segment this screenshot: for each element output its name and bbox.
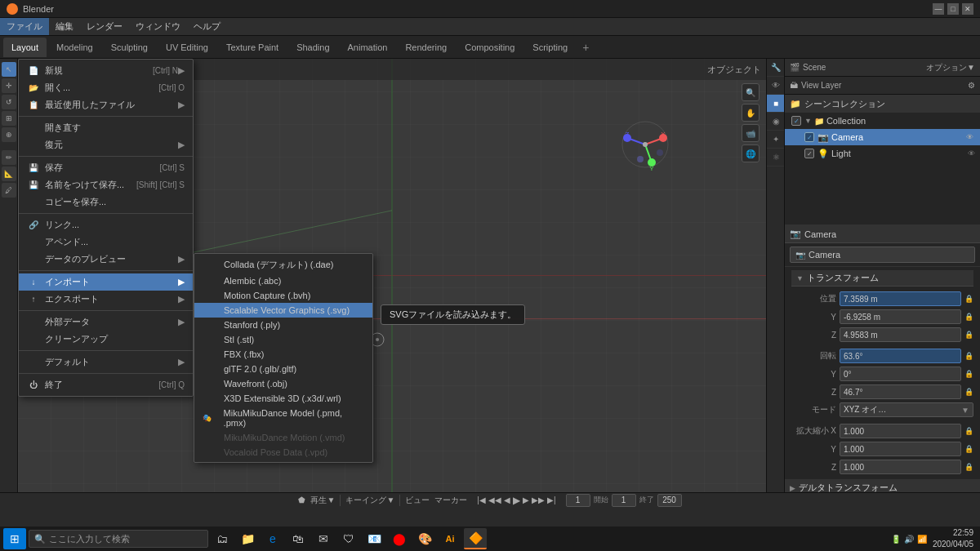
lock-x-icon[interactable]: 🔒 [964,295,973,303]
tab-layout[interactable]: Layout [3,38,47,57]
menu-save-as[interactable]: 💾 名前をつけて保存... [Shift] [Ctrl] S [19,176,193,193]
scale-lock-x[interactable]: 🔒 [964,427,973,435]
tab-particle[interactable]: ✦ [767,131,785,149]
menu-quit[interactable]: ⏻ 終了 [Ctrl] Q [19,376,193,393]
menu-window[interactable]: ウィンドウ [129,18,187,35]
explorer-button[interactable]: 📁 [236,528,259,549]
add-workspace-button[interactable]: + [577,39,594,56]
tab-material[interactable]: ◉ [767,113,785,131]
delta-transform-header[interactable]: ▶ デルタトランスフォーム [785,480,980,492]
menu-defaults[interactable]: デフォルト ▶ [19,353,193,371]
menu-file[interactable]: ファイル [0,18,49,35]
tool-add[interactable]: 🖊 [2,183,16,198]
lock-z-icon[interactable]: 🔒 [964,331,973,339]
current-frame-field[interactable]: 1 [566,494,590,507]
location-z-value[interactable]: 4.9583 m [840,327,961,342]
tab-modeling[interactable]: Modeling [48,38,101,57]
tool-camera[interactable]: 📹 [742,124,760,142]
prev-frame-btn[interactable]: ◀ [504,495,510,504]
mail-button[interactable]: ✉ [312,528,335,549]
scale-y-value[interactable]: 1.000 [840,442,961,456]
scale-z-value[interactable]: 1.000 [840,460,961,474]
checkbox-collection[interactable]: ✓ [791,116,801,126]
tool-measure[interactable]: 📐 [2,167,16,181]
view-label[interactable]: ビュー [405,495,430,506]
tab-physics[interactable]: ⚛ [767,149,785,167]
menu-data-preview[interactable]: データのプレビュー ▶ [19,251,193,268]
scale-lock-y[interactable]: 🔒 [964,445,973,453]
rot-lock-x[interactable]: 🔒 [964,352,973,360]
menu-cleanup[interactable]: クリーンアップ [19,331,193,348]
import-stanford[interactable]: Stanford (.ply) [194,318,372,332]
tool-scale[interactable]: ⊞ [2,111,16,126]
search-bar[interactable]: 🔍 ここに入力して検索 [29,530,208,548]
tab-sculpting[interactable]: Sculpting [103,38,156,57]
jump-end-btn[interactable]: ▶| [547,495,556,504]
menu-recover[interactable]: 復元 ▶ [19,136,193,153]
menu-revert[interactable]: 開き直す [19,119,193,136]
import-gltf[interactable]: glTF 2.0 (.glb/.gltf) [194,362,372,376]
menu-external-data[interactable]: 外部データ ▶ [19,313,193,331]
tab-tool[interactable]: 🔧 [767,59,785,77]
menu-edit[interactable]: 編集 [49,18,80,35]
app-button-6[interactable]: 📧 [363,528,385,549]
options-label[interactable]: オプション▼ [926,62,975,73]
outliner-item-camera[interactable]: ✓ 📷 Camera 👁 [785,129,980,145]
rotation-mode-value[interactable]: XYZ オイ… ▼ [840,402,973,417]
tool-transform[interactable]: ⊕ [2,127,16,142]
rotation-z-value[interactable]: 46.7° [840,384,961,399]
location-x-value[interactable]: 7.3589 m [840,291,961,306]
shield-button[interactable]: 🛡 [337,528,360,549]
outliner-item-collection[interactable]: ✓ ▼ 📁 Collection [785,113,980,129]
rot-lock-z[interactable]: 🔒 [964,388,973,396]
viewport[interactable]: X Y Z [18,59,766,492]
close-button[interactable]: ✕ [962,3,973,15]
object-name-field[interactable]: 📷 Camera [790,247,975,263]
app-button-7[interactable]: ⬤ [388,528,411,549]
menu-open[interactable]: 📂 開く... [Ctrl] O [19,79,193,96]
menu-append[interactable]: アペンド... [19,233,193,251]
import-stl[interactable]: Stl (.stl) [194,332,372,347]
prev-keyframe-btn[interactable]: ◀◀ [488,495,501,504]
minimize-button[interactable]: — [933,3,944,15]
import-motion-capture[interactable]: Motion Capture (.bvh) [194,288,372,303]
filter-icon[interactable]: ⚙ [968,81,975,90]
taskview-button[interactable]: 🗂 [211,528,234,549]
checkbox-light[interactable]: ✓ [804,149,814,158]
tool-pan[interactable]: ✋ [742,104,760,122]
edge-button[interactable]: e [261,528,284,549]
tab-uv-editing[interactable]: UV Editing [158,38,216,57]
outliner-item-light[interactable]: ✓ 💡 Light 👁 [785,145,980,162]
import-svg[interactable]: Scalable Vector Graphics (.svg) [194,303,372,318]
maximize-button[interactable]: □ [947,3,959,15]
collection-expand[interactable]: ▼ [804,117,812,125]
tab-compositing[interactable]: Compositing [457,38,523,57]
keyframes-label[interactable]: キーイング▼ [345,495,394,506]
tab-texture-paint[interactable]: Texture Paint [218,38,287,57]
blender-taskbar-button[interactable]: 🔶 [464,528,487,549]
import-fbx[interactable]: FBX (.fbx) [194,347,372,362]
location-y-value[interactable]: -6.9258 m [840,309,961,324]
jump-start-btn[interactable]: |◀ [477,495,486,504]
tool-rotate[interactable]: ↺ [2,95,16,109]
rot-lock-y[interactable]: 🔒 [964,370,973,378]
import-collada[interactable]: Collada (デフォルト) (.dae) [194,256,372,273]
end-frame-field[interactable]: 250 [657,494,682,507]
checkbox-camera[interactable]: ✓ [804,132,814,142]
menu-export[interactable]: ↑ エクスポート ▶ [19,291,193,308]
app-button-8[interactable]: 🎨 [413,528,436,549]
lock-y-icon[interactable]: 🔒 [964,313,973,321]
menu-import[interactable]: ↓ インポート ▶ [19,273,193,291]
play-btn[interactable]: ▶ [513,495,520,506]
ai-button[interactable]: Ai [439,528,461,549]
scale-lock-z[interactable]: 🔒 [964,463,973,471]
tool-annotate[interactable]: ✏ [2,150,16,165]
scale-x-value[interactable]: 1.000 [840,424,961,438]
import-alembic[interactable]: Alembic (.abc) [194,273,372,288]
store-button[interactable]: 🛍 [287,528,310,549]
transform-header[interactable]: ▼ トランスフォーム [791,270,973,287]
menu-help[interactable]: ヘルプ [187,18,227,35]
markers-label[interactable]: マーカー [434,495,467,506]
play-label[interactable]: 再生▼ [310,495,335,506]
tab-view[interactable]: 👁 [767,77,785,95]
